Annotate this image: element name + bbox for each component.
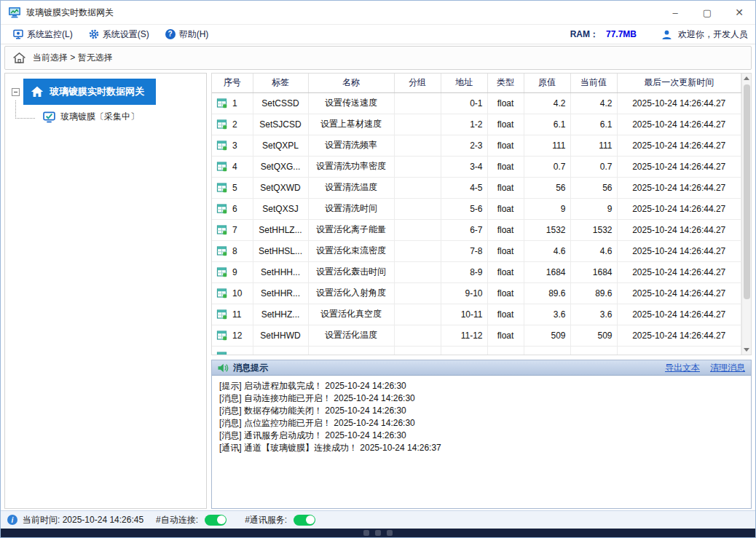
menu-item-system-monitor[interactable]: 系统监控(L) (7, 25, 79, 44)
cell-type: float (487, 240, 524, 261)
cell-type: float (487, 261, 524, 282)
scroll-down-arrow[interactable] (742, 345, 752, 355)
tree-root-node[interactable]: 玻璃镀膜实时数据网关 (23, 79, 156, 105)
cell-group (394, 114, 441, 135)
row-number: 6 (232, 204, 237, 214)
column-header-7[interactable]: 当前值 (570, 74, 617, 92)
message-panel: 消息提示 导出文本清理消息 [提示] 启动进程加载完成！ 2025-10-24 … (211, 360, 752, 509)
row-number: 9 (232, 267, 237, 277)
cell-type: float (487, 156, 524, 177)
cell-time: 2025-10-24 14:26:44.27 (617, 114, 741, 135)
table-row[interactable]: 6SetQXSJ设置清洗时间5-6float992025-10-24 14:26… (212, 198, 741, 219)
point-table-icon (216, 245, 227, 256)
point-table-icon (216, 330, 227, 341)
app-window: 玻璃镀膜实时数据网关 – ▢ ✕ 系统监控(L)系统设置(S)?帮助(H) RA… (0, 0, 756, 538)
app-icon (8, 6, 21, 19)
auto-connect-label: #自动连接: (156, 514, 198, 526)
cell-cur: 4.6 (570, 240, 617, 261)
column-header-6[interactable]: 原值 (524, 74, 570, 92)
maximize-button[interactable]: ▢ (691, 1, 723, 24)
point-table-icon (216, 309, 227, 320)
cell-name: 设置传送速度 (308, 92, 394, 114)
table-row[interactable]: 11SetHHZ...设置活化真空度10-11float3.63.62025-1… (212, 304, 741, 325)
scroll-up-arrow[interactable] (742, 74, 752, 83)
column-header-8[interactable]: 最后一次更新时间 (617, 74, 741, 92)
table-row[interactable]: 8SetHHSL...设置活化束流密度7-8float4.64.62025-10… (212, 240, 741, 261)
point-table-icon (216, 182, 227, 193)
cell-name: 设置活化真空度 (308, 304, 394, 325)
table-row[interactable]: 10SetHHR...设置活化入射角度9-10float89.689.62025… (212, 282, 741, 304)
cell-type: float (487, 304, 524, 325)
cell-orig: 1684 (524, 261, 570, 282)
cell-type: float (487, 198, 524, 219)
message-line: [消息] 通讯服务启动成功！ 2025-10-24 14:26:30 (219, 430, 744, 442)
column-header-3[interactable]: 分组 (394, 74, 441, 92)
cell-time: 2025-10-24 14:26:44.27 (617, 92, 741, 114)
table-row[interactable]: 3SetQXPL设置清洗频率2-3float1111112025-10-24 1… (212, 135, 741, 156)
cell-time: 2025-10-24 14:26:44.27 (617, 240, 741, 261)
home-icon (31, 86, 44, 98)
cell-name: 设置活化入射角度 (308, 282, 394, 304)
table-row[interactable]: 9SetHHH...设置活化轰击时间8-9float168416842025-1… (212, 261, 741, 282)
scrollbar-track[interactable] (742, 83, 752, 345)
speaker-icon (218, 363, 229, 373)
taskbar-icon[interactable] (387, 530, 393, 536)
cell-tag: SetSJCSD (253, 114, 308, 135)
cell-addr: 3-4 (441, 156, 487, 177)
home-icon[interactable] (12, 52, 26, 64)
device-tree-panel: 玻璃镀膜实时数据网关 玻璃镀膜〔采集中〕 (4, 73, 207, 509)
table-row[interactable]: 2SetSJCSD设置上基材速度1-2float6.16.12025-10-24… (212, 114, 741, 135)
cell-orig: 56 (524, 177, 570, 198)
scrollbar-thumb[interactable] (744, 84, 750, 299)
column-header-2[interactable]: 名称 (308, 74, 394, 92)
row-number: 4 (232, 162, 237, 172)
cell-no: 11 (212, 304, 253, 325)
table-row[interactable]: 1SetCSSD设置传送速度0-1float4.24.22025-10-24 1… (212, 92, 741, 114)
table-row[interactable]: 5SetQXWD设置清洗温度4-5float56562025-10-24 14:… (212, 177, 741, 198)
cell-tag: SetHHZ... (253, 304, 308, 325)
column-header-0[interactable]: 序号 (212, 74, 253, 92)
cell-tag: SetQXSJ (253, 198, 308, 219)
table-row[interactable]: 7SetHHLZ...设置活化离子能量6-7float153215322025-… (212, 219, 741, 240)
windows-taskbar[interactable] (1, 529, 755, 537)
column-header-5[interactable]: 类型 (487, 74, 524, 92)
menu-item-system-settings[interactable]: 系统设置(S) (82, 25, 156, 44)
table-row[interactable]: 4SetQXG...设置清洗功率密度3-4float0.70.72025-10-… (212, 156, 741, 177)
row-number: 2 (232, 119, 237, 130)
table-header-row: 序号标签名称分组地址类型原值当前值最后一次更新时间 (212, 74, 741, 92)
message-panel-title: 消息提示 (233, 362, 268, 374)
table-row-partial[interactable] (212, 346, 741, 355)
cell-group (394, 135, 441, 156)
column-header-1[interactable]: 标签 (253, 74, 308, 92)
tree-channel-node[interactable]: 玻璃镀膜〔采集中〕 (43, 111, 206, 123)
table-row[interactable]: 12SetHHWD设置活化温度11-12float5095092025-10-2… (212, 325, 741, 346)
taskbar-icon[interactable] (375, 530, 381, 536)
menu-item-label: 帮助(H) (179, 28, 209, 41)
comm-service-toggle[interactable] (294, 515, 315, 526)
cell-name (308, 346, 394, 355)
menu-item-help[interactable]: ?帮助(H) (159, 25, 216, 44)
message-list: [提示] 启动进程加载完成！ 2025-10-24 14:26:30[消息] 自… (212, 376, 751, 508)
cell-no: 1 (212, 92, 253, 114)
cell-time: 2025-10-24 14:26:44.27 (617, 282, 741, 304)
clear-messages-link[interactable]: 清理消息 (710, 362, 745, 374)
cell-cur: 9 (570, 198, 617, 219)
minimize-button[interactable]: – (659, 1, 691, 24)
cell-cur: 89.6 (570, 282, 617, 304)
cell-cur: 56 (570, 177, 617, 198)
cell-tag: SetHHSL... (253, 240, 308, 261)
export-text-link[interactable]: 导出文本 (665, 362, 700, 374)
column-header-4[interactable]: 地址 (441, 74, 487, 92)
auto-connect-toggle[interactable] (205, 515, 227, 526)
row-number: 7 (232, 225, 237, 235)
table-scrollbar[interactable] (741, 74, 751, 355)
cell-no: 7 (212, 219, 253, 240)
cell-group (394, 240, 441, 261)
cell-cur: 111 (570, 135, 617, 156)
cell-type: float (487, 135, 524, 156)
cell-name: 设置上基材速度 (308, 114, 394, 135)
tree-collapse-toggle[interactable] (12, 88, 20, 96)
close-button[interactable]: ✕ (723, 1, 755, 24)
taskbar-icon[interactable] (363, 530, 369, 536)
cell-no: 6 (212, 198, 253, 219)
